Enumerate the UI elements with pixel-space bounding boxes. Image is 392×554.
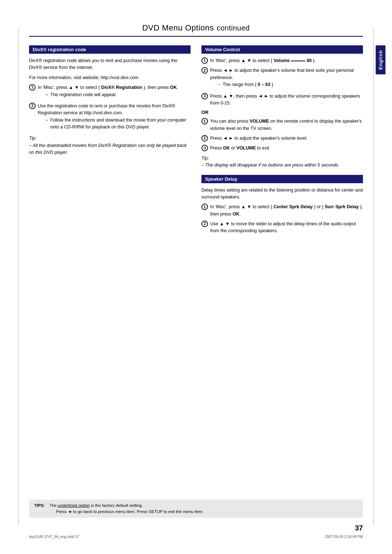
volume-steps-list: 1 In 'Misc', press ▲ ▼ to select { Volum… (201, 57, 363, 107)
volume-or-step-num-3: 3 (201, 145, 208, 151)
divx-more-info: For more information, visit website; htt… (29, 74, 191, 81)
divx-tip-label: Tip: (29, 136, 37, 141)
left-column: DivX® registration code DivX® registrati… (29, 45, 191, 238)
page: DVD Menu Options continued DivX® registr… (0, 0, 392, 554)
decorative-line-left (18, 29, 19, 525)
volume-control-header: Volume Control (201, 45, 363, 54)
speaker-delay-steps-list: 1 In 'Misc', press ▲ ▼ to select { Cente… (201, 204, 363, 235)
speaker-delay-step-num-2: 2 (201, 221, 208, 227)
step-number-1: 1 (29, 84, 36, 91)
volume-or-step-1-content: You can also press VOLUME on the remote … (210, 118, 363, 132)
divx-step-1-sub: → The registration code will appear. (44, 91, 191, 98)
footer-left: dvp3146-3747_94_eng.indd 37 (29, 535, 79, 539)
speaker-delay-step-num-1: 1 (201, 204, 208, 210)
volume-or-step-num-1: 1 (201, 118, 208, 124)
or-divider: OR (201, 110, 363, 115)
right-column: English Volume Control 1 In 'Misc', pres… (201, 45, 363, 238)
page-title: DVD Menu Options continued (29, 22, 363, 37)
tips-label: TIPS: (34, 503, 45, 508)
footer-right: 2007-09-04 2:24:48 PM (325, 535, 363, 539)
step-number-2: 2 (29, 103, 36, 109)
page-number: 37 (355, 524, 363, 532)
speaker-delay-header: Speaker Delay (201, 175, 363, 183)
volume-step-2-sub: → The range from { 0 – 63 } (217, 81, 363, 88)
volume-or-step-3: 3 Press OK or VOLUME to exit. (201, 145, 363, 152)
divx-steps-list: 1 In 'Misc', press ▲ ▼ to select { DivX®… (29, 84, 191, 132)
volume-step-3-content: Press ▲ ▼, then press ◄ ► to adjust the … (210, 93, 363, 107)
divx-section-header: DivX® registration code (29, 45, 191, 54)
tips-line1: The underlined option is the factory def… (49, 503, 143, 508)
speaker-delay-step-1-content: In 'Misc', press ▲ ▼ to select { Center … (210, 204, 363, 218)
divx-tip-text: – All the downloaded movies from DivX® R… (29, 143, 187, 155)
volume-step-num-3: 3 (201, 93, 208, 99)
speaker-delay-step-2: 2 Use ▲ ▼ to move the slider to adjust t… (201, 221, 363, 235)
speaker-delay-step-2-content: Use ▲ ▼ to move the slider to adjust the… (210, 221, 363, 235)
divx-tip: Tip: – All the downloaded movies from Di… (29, 135, 191, 156)
speaker-delay-intro: Delay times setting are related to the l… (201, 187, 363, 201)
divx-intro: DivX® registration code allows you to re… (29, 57, 191, 71)
divx-step-2-content: Use the registration code to rent or pur… (38, 103, 191, 132)
volume-step-num-1: 1 (201, 57, 208, 64)
divx-step-1-content: In 'Misc', press ▲ ▼ to select { DivX® R… (38, 84, 191, 100)
title-main: DVD Menu Options (142, 23, 214, 32)
divx-step-2: 2 Use the registration code to rent or p… (29, 103, 191, 132)
volume-or-step-2: 2 Press ◄ ► to adjust the speaker's volu… (201, 135, 363, 142)
volume-tip: Tip: – The display will disappear if no … (201, 155, 363, 169)
english-tab: English (376, 45, 385, 74)
volume-tip-label: Tip: (201, 156, 209, 161)
volume-or-step-2-content: Press ◄ ► to adjust the speaker's volume… (210, 135, 363, 142)
volume-or-step-num-2: 2 (201, 135, 208, 141)
volume-step-num-2: 2 (201, 67, 208, 74)
volume-tip-text: – The display will disappear if no butto… (201, 163, 339, 168)
volume-step-2: 2 Press ◄ ► to adjust the speaker's volu… (201, 67, 363, 90)
title-suffix: continued (217, 23, 250, 32)
speaker-delay-step-1: 1 In 'Misc', press ▲ ▼ to select { Cente… (201, 204, 363, 218)
decorative-line-right (373, 29, 374, 525)
volume-step-1: 1 In 'Misc', press ▲ ▼ to select { Volum… (201, 57, 363, 64)
tips-line2: Press ◄ to go back to previous menu item… (56, 509, 204, 514)
divx-step-1: 1 In 'Misc', press ▲ ▼ to select { DivX®… (29, 84, 191, 100)
content-columns: DivX® registration code DivX® registrati… (29, 45, 363, 238)
bottom-tip-bar: TIPS: The underlined option is the facto… (29, 500, 363, 518)
volume-step-3: 3 Press ▲ ▼, then press ◄ ► to adjust th… (201, 93, 363, 107)
volume-or-steps-list: 1 You can also press VOLUME on the remot… (201, 118, 363, 152)
volume-step-2-content: Press ◄ ► to adjust the speaker's volume… (210, 67, 363, 90)
volume-or-step-3-content: Press OK or VOLUME to exit. (210, 145, 363, 152)
volume-or-step-1: 1 You can also press VOLUME on the remot… (201, 118, 363, 132)
divx-step-2-sub: → Follow the instructions and download t… (44, 117, 191, 131)
volume-step-1-content: In 'Misc', press ▲ ▼ to select { Volume … (210, 57, 363, 64)
